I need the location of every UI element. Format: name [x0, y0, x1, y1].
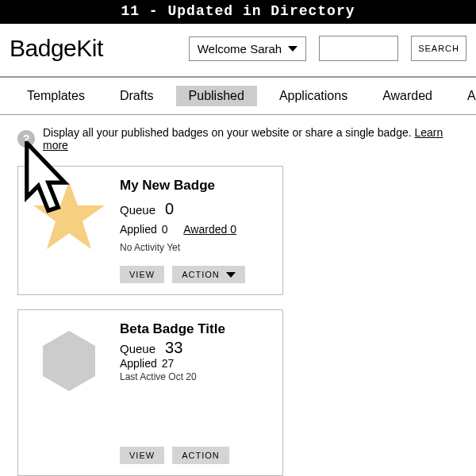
queue-label: Queue: [120, 203, 155, 217]
badge-thumbnail: [29, 178, 109, 257]
user-menu[interactable]: Welcome Sarah: [189, 36, 306, 61]
badge-title: Beta Badge Title: [120, 321, 271, 337]
tab-templates[interactable]: Templates: [14, 86, 98, 106]
badge-card-body: Beta Badge Title Queue 33 Applied 27 Las…: [120, 321, 271, 464]
tab-archived[interactable]: Archived: [455, 86, 476, 106]
badge-thumbnail: [29, 321, 109, 401]
view-button[interactable]: VIEW: [120, 266, 164, 283]
applied-label: Applied: [120, 357, 157, 370]
user-menu-label: Welcome Sarah: [198, 42, 282, 56]
help-icon[interactable]: ?: [17, 130, 35, 148]
tab-awarded[interactable]: Awarded: [370, 86, 445, 106]
activity-text: Last Active Oct 20: [120, 371, 271, 382]
applied-label: Applied: [120, 223, 157, 236]
search-button[interactable]: SEARCH: [411, 36, 466, 61]
action-button[interactable]: ACTION: [172, 266, 245, 283]
caret-down-icon: [226, 272, 236, 278]
tab-drafts[interactable]: Drafts: [107, 86, 167, 106]
badge-card-body: My New Badge Queue 0 Applied 0 Awarded 0…: [120, 178, 271, 283]
info-text: Display all your published badges on you…: [43, 126, 415, 139]
queue-value: 0: [165, 200, 174, 218]
caret-down-icon: [288, 46, 298, 52]
badge-card: My New Badge Queue 0 Applied 0 Awarded 0…: [17, 166, 283, 295]
search-input[interactable]: [319, 36, 398, 61]
header: BadgeKit Welcome Sarah SEARCH: [0, 24, 476, 76]
info-banner: ? Display all your published badges on y…: [0, 115, 476, 166]
awarded-link[interactable]: Awarded 0: [183, 223, 236, 236]
applied-value: 27: [162, 357, 175, 370]
app-logo: BadgeKit: [10, 35, 103, 62]
hexagon-icon: [43, 331, 95, 391]
star-icon: [29, 178, 109, 257]
queue-label: Queue: [120, 342, 155, 355]
tab-applications[interactable]: Applications: [267, 86, 360, 106]
action-button[interactable]: ACTION: [172, 447, 229, 464]
badge-grid: My New Badge Queue 0 Applied 0 Awarded 0…: [0, 166, 476, 476]
view-button[interactable]: VIEW: [120, 447, 164, 464]
badge-card: Beta Badge Title Queue 33 Applied 27 Las…: [17, 309, 283, 476]
badge-title: My New Badge: [120, 178, 271, 194]
svg-marker-0: [33, 182, 105, 249]
tab-published[interactable]: Published: [176, 86, 257, 106]
tab-bar: Templates Drafts Published Applications …: [0, 78, 476, 114]
activity-text: No Activity Yet: [120, 242, 271, 253]
annotation-bar: 11 - Updated in Directory: [0, 0, 476, 24]
queue-value: 33: [165, 339, 182, 357]
applied-value: 0: [162, 223, 168, 236]
